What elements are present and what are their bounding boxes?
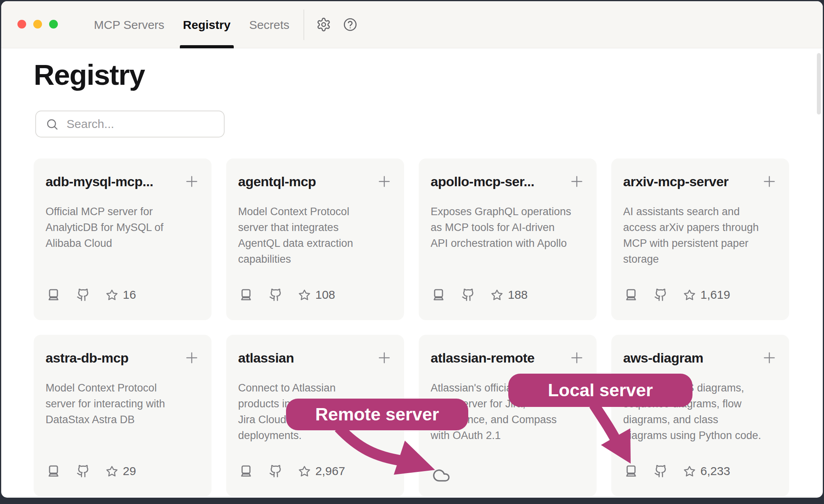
page-title: Registry xyxy=(34,59,145,91)
titlebar: MCP Servers Registry Secrets xyxy=(1,1,823,48)
plus-icon xyxy=(184,174,200,189)
server-name: adb-mysql-mcp... xyxy=(46,174,153,189)
server-name: apollo-mcp-ser... xyxy=(431,174,534,189)
star-icon xyxy=(683,465,696,477)
plus-icon xyxy=(376,350,392,366)
server-description: Model Context Protocolserver for interac… xyxy=(46,380,200,428)
main-nav: MCP Servers Registry Secrets xyxy=(94,1,290,48)
laptop-icon xyxy=(624,288,638,302)
tab-mcp-servers[interactable]: MCP Servers xyxy=(94,1,164,48)
laptop-icon xyxy=(431,288,446,302)
scrollbar-thumb[interactable] xyxy=(817,53,821,115)
add-server-button[interactable] xyxy=(376,350,392,366)
plus-icon xyxy=(376,174,392,189)
github-icon[interactable] xyxy=(76,288,90,302)
star-count: 108 xyxy=(315,288,335,302)
server-description: AI assistants search andaccess arXiv pap… xyxy=(623,204,777,267)
server-name: atlassian-remote xyxy=(431,350,534,366)
server-card-atlassian-remote[interactable]: atlassian-remote Atlassian's officialMCP… xyxy=(419,335,597,496)
laptop-icon xyxy=(624,464,638,478)
star-count: 2,967 xyxy=(315,464,345,478)
add-server-button[interactable] xyxy=(184,174,200,189)
github-icon[interactable] xyxy=(654,464,668,478)
star-count: 1,619 xyxy=(700,288,730,302)
server-stats: 6,233 xyxy=(624,464,730,478)
registry-grid: adb-mysql-mcp... Official MCP server for… xyxy=(34,158,789,496)
star-icon xyxy=(491,289,503,301)
laptop-icon xyxy=(239,464,253,478)
server-stats: 2,967 xyxy=(239,464,345,478)
star-count: 6,233 xyxy=(700,464,730,478)
star-icon xyxy=(683,289,696,301)
star-icon xyxy=(106,289,118,301)
search-box[interactable] xyxy=(35,111,225,137)
server-stats: 1,619 xyxy=(624,288,730,302)
server-description: Official MCP server forAnalyticDB for My… xyxy=(46,204,200,251)
server-stats: 16 xyxy=(46,288,136,302)
github-icon[interactable] xyxy=(462,288,475,302)
server-stats xyxy=(431,466,452,485)
server-description: Connect to Atlassianproducts including J… xyxy=(238,380,392,443)
server-card-astra-db-mcp[interactable]: astra-db-mcp Model Context Protocolserve… xyxy=(34,335,212,496)
server-name: atlassian xyxy=(238,350,294,366)
plus-icon xyxy=(569,350,585,366)
star-count: 29 xyxy=(123,464,136,478)
server-stats: 108 xyxy=(239,288,335,302)
github-icon[interactable] xyxy=(269,288,282,302)
laptop-icon xyxy=(46,464,61,478)
github-icon[interactable] xyxy=(269,464,282,478)
zoom-window-button[interactable] xyxy=(49,20,58,29)
server-description: Generate AWS diagrams,sequence diagrams,… xyxy=(623,380,777,443)
tab-registry[interactable]: Registry xyxy=(183,1,231,48)
laptop-icon xyxy=(46,288,61,302)
plus-icon xyxy=(761,350,777,366)
server-card-agentql-mcp[interactable]: agentql-mcp Model Context Protocolserver… xyxy=(226,158,404,320)
server-card-aws-diagram[interactable]: aws-diagram Generate AWS diagrams,sequen… xyxy=(611,335,789,496)
server-card-apollo-mcp-server[interactable]: apollo-mcp-ser... Exposes GraphQL operat… xyxy=(419,158,597,320)
server-card-arxiv-mcp-server[interactable]: arxiv-mcp-server AI assistants search an… xyxy=(611,158,789,320)
server-name: aws-diagram xyxy=(623,350,703,366)
gear-icon xyxy=(316,17,331,32)
help-icon xyxy=(343,17,358,32)
add-server-button[interactable] xyxy=(569,174,585,189)
server-name: agentql-mcp xyxy=(238,174,316,189)
close-window-button[interactable] xyxy=(17,20,26,29)
plus-icon xyxy=(569,174,585,189)
server-description: Exposes GraphQL operationsas MCP tools f… xyxy=(431,204,585,251)
laptop-icon xyxy=(239,288,253,302)
server-name: astra-db-mcp xyxy=(46,350,128,366)
minimize-window-button[interactable] xyxy=(33,20,42,29)
server-stats: 29 xyxy=(46,464,136,478)
star-icon xyxy=(106,465,118,477)
star-count: 16 xyxy=(123,288,136,302)
cloud-icon xyxy=(431,466,452,485)
plus-icon xyxy=(761,174,777,189)
server-description: Atlassian's officialMCP server for Jira,… xyxy=(431,380,585,443)
help-button[interactable] xyxy=(343,17,358,32)
server-name: arxiv-mcp-server xyxy=(623,174,729,189)
star-count: 188 xyxy=(508,288,528,302)
toolbar-divider xyxy=(303,10,304,40)
github-icon[interactable] xyxy=(76,464,90,478)
server-card-adb-mysql-mcp[interactable]: adb-mysql-mcp... Official MCP server for… xyxy=(34,158,212,320)
github-icon[interactable] xyxy=(654,288,668,302)
server-stats: 188 xyxy=(431,288,528,302)
search-input[interactable] xyxy=(66,117,220,131)
add-server-button[interactable] xyxy=(376,174,392,189)
add-server-button[interactable] xyxy=(761,174,777,189)
star-icon xyxy=(298,465,311,477)
app-window: MCP Servers Registry Secrets Registry ad… xyxy=(1,1,823,498)
add-server-button[interactable] xyxy=(761,350,777,366)
plus-icon xyxy=(184,350,200,366)
server-description: Model Context Protocolserver that integr… xyxy=(238,204,392,267)
server-card-atlassian[interactable]: atlassian Connect to Atlassianproducts i… xyxy=(226,335,404,496)
star-icon xyxy=(298,289,311,301)
add-server-button[interactable] xyxy=(569,350,585,366)
traffic-lights xyxy=(17,20,58,29)
settings-button[interactable] xyxy=(316,17,331,32)
search-icon xyxy=(46,118,59,131)
add-server-button[interactable] xyxy=(184,350,200,366)
tab-secrets[interactable]: Secrets xyxy=(249,1,290,48)
